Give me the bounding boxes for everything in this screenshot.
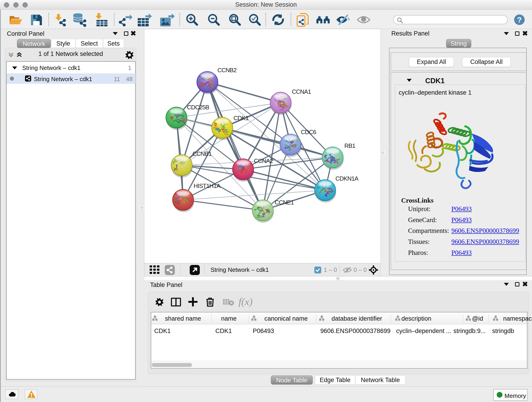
svg-text:CCNE1: CCNE1 [275, 199, 294, 206]
svg-text:CDC6: CDC6 [301, 128, 316, 135]
svg-text:CDC25B: CDC25B [187, 104, 209, 111]
svg-text:CDKN1A: CDKN1A [336, 175, 359, 182]
svg-text:CCNA2: CCNA2 [254, 157, 273, 164]
svg-text:HIST1H1A: HIST1H1A [194, 182, 221, 189]
svg-text:CCNB1: CCNB1 [192, 150, 212, 157]
svg-text:RB1: RB1 [344, 142, 355, 149]
svg-text:CCNB2: CCNB2 [217, 67, 237, 74]
svg-text:CDK1: CDK1 [234, 115, 249, 121]
svg-text:CCNA1: CCNA1 [292, 88, 311, 95]
